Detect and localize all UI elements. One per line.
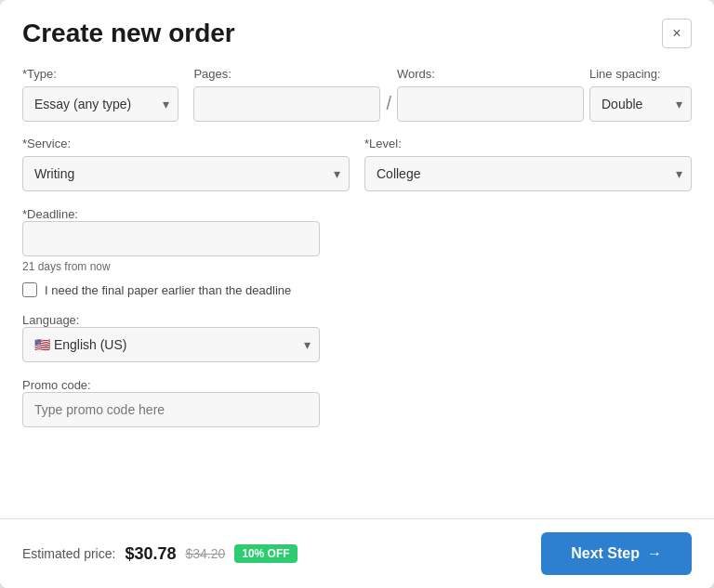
earlier-checkbox-label: I need the final paper earlier than the … [45,283,291,297]
level-label: *Level: [364,137,692,150]
modal-title: Create new order [22,19,235,48]
price-section: Estimated price: $30.78 $34.20 10% OFF [22,544,298,564]
promo-input[interactable] [22,392,320,427]
type-field-group: *Type: Essay (any type) Research Paper C… [22,67,178,122]
slash-divider: / [386,93,391,122]
next-step-button[interactable]: Next Step → [541,532,692,575]
service-field-group: *Service: Writing Rewriting Editing Proo… [22,137,350,191]
language-section: Language: 🇺🇸 English (US) 🇬🇧 English (UK… [22,312,320,362]
pages-words-section: Pages: 3 / Words: 825 Line spacing: Doub… [193,67,692,122]
create-order-modal: Create new order × *Type: Essay (any typ… [0,0,714,588]
deadline-input[interactable]: Dec 28, 2020, 11:22 AM [22,221,320,256]
level-field-group: *Level: High School College University M… [364,137,692,191]
type-select[interactable]: Essay (any type) Research Paper Coursewo… [22,86,178,122]
words-field-group: Words: 825 [397,67,584,122]
modal-body: *Type: Essay (any type) Research Paper C… [0,58,714,518]
discount-badge: 10% OFF [234,544,297,563]
earlier-checkbox-row: I need the final paper earlier than the … [22,282,692,297]
type-label: *Type: [22,67,178,81]
line-spacing-select-wrapper: Double Single 1.5 [589,86,692,122]
language-select[interactable]: 🇺🇸 English (US) 🇬🇧 English (UK) [22,327,320,362]
level-select[interactable]: High School College University Master's … [364,156,692,191]
promo-section: Promo code: [22,377,320,427]
original-price: $34.20 [185,546,225,561]
line-spacing-field-group: Line spacing: Double Single 1.5 [589,67,692,122]
promo-label: Promo code: [22,378,91,392]
service-select-wrapper: Writing Rewriting Editing Proofreading [22,156,350,191]
pages-input[interactable]: 3 [193,86,380,122]
line-spacing-select[interactable]: Double Single 1.5 [589,86,692,122]
modal-header: Create new order × [0,0,714,58]
close-button[interactable]: × [662,19,692,48]
arrow-icon: → [647,545,662,562]
earlier-checkbox[interactable] [22,282,37,297]
line-spacing-label: Line spacing: [589,67,692,81]
service-select[interactable]: Writing Rewriting Editing Proofreading [22,156,350,191]
next-step-label: Next Step [571,545,640,562]
current-price: $30.78 [125,544,176,564]
words-label: Words: [397,67,584,81]
level-select-wrapper: High School College University Master's … [364,156,692,191]
type-select-wrapper: Essay (any type) Research Paper Coursewo… [22,86,178,122]
language-label: Language: [22,313,79,327]
pages-field-group: Pages: 3 [193,67,380,122]
top-row: *Type: Essay (any type) Research Paper C… [22,67,692,122]
modal-footer: Estimated price: $30.78 $34.20 10% OFF N… [0,518,714,588]
deadline-input-wrap: Dec 28, 2020, 11:22 AM [22,221,320,256]
deadline-label: *Deadline: [22,207,78,221]
service-level-row: *Service: Writing Rewriting Editing Proo… [22,137,692,191]
service-label: *Service: [22,137,350,150]
pages-label: Pages: [193,67,380,81]
language-select-wrapper: 🇺🇸 English (US) 🇬🇧 English (UK) [22,327,320,362]
estimated-label: Estimated price: [22,546,115,561]
deadline-section: *Deadline: Dec 28, 2020, 11:22 AM 21 day… [22,206,692,273]
days-from-now: 21 days from now [22,260,692,273]
words-input[interactable]: 825 [397,86,584,122]
